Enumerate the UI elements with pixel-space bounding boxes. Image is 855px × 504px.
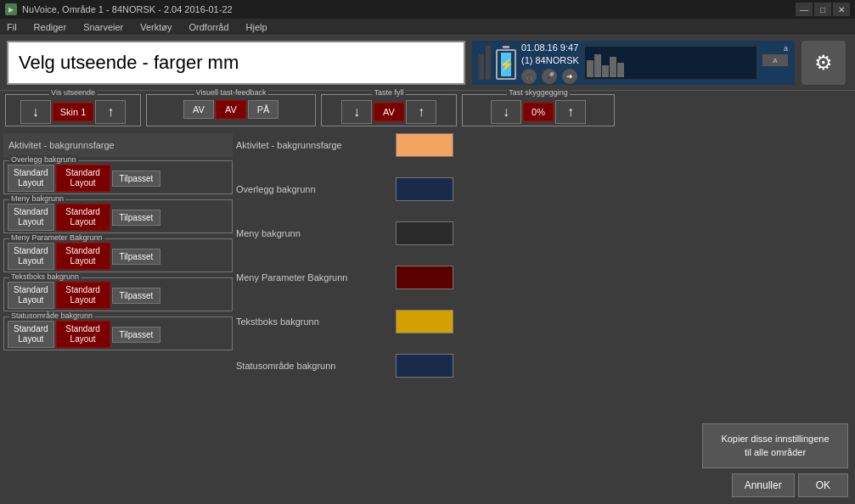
window-title: NuVoice, Område 1 - 84NORSK - 2.04 2016-… (22, 4, 233, 14)
vis-utseende-label: Vis utseende (49, 88, 97, 97)
overlegg-tilpasset-button[interactable]: Tilpasset (112, 171, 161, 187)
meny-group: Meny bakgrunn StandardLayout StandardLay… (3, 199, 233, 233)
overlegg-standard1-button[interactable]: StandardLayout (8, 165, 54, 192)
tekstboks-standard2-button[interactable]: StandardLayout (56, 282, 110, 309)
tekstboks-color-swatch[interactable] (396, 310, 453, 333)
overlegg-layout-row: StandardLayout StandardLayout Tilpasset (8, 165, 228, 192)
meny-param-group: Meny Parameter Bakgrunn StandardLayout S… (3, 238, 233, 272)
battery-indicator: ⚡ (496, 46, 516, 80)
ok-button[interactable]: OK (798, 473, 848, 497)
menu-hjelp[interactable]: Hjelp (243, 21, 271, 33)
meny-color-row: Meny bakgrunn (236, 221, 695, 245)
settings-gear-button[interactable]: ⚙ (802, 41, 846, 85)
av2-button[interactable]: AV (216, 100, 246, 119)
aktivitet-color-swatch[interactable] (396, 133, 453, 157)
status-panel: ⚡ 01.08.16 9:47 (1) 84NORSK 🎧 🎤 ➜ (472, 41, 795, 85)
tekstboks-layout-row: StandardLayout StandardLayout Tilpasset (8, 282, 228, 309)
tekstboks-color-label: Tekstboks bakgrunn (236, 316, 389, 327)
visuell-inner: AV AV PÅ (180, 95, 282, 120)
menu-verktoy[interactable]: Verktøy (137, 21, 175, 33)
tekstboks-tilpasset-button[interactable]: Tilpasset (112, 288, 161, 304)
av1-button[interactable]: AV (183, 100, 214, 119)
controls-bar: Vis utseende ↓ Skin 1 ↑ Visuell tast-fee… (0, 90, 855, 130)
menu-rediger[interactable]: Rediger (31, 21, 70, 33)
vis-utseende-inner: ↓ Skin 1 ↑ (17, 95, 130, 126)
vis-down-button[interactable]: ↓ (20, 100, 51, 124)
overlegg-color-row: Overlegg bakgrunn (236, 177, 695, 201)
aktivitet-color-row: Aktivitet - bakgrunnsfarge (236, 133, 695, 157)
overlegg-group: Overlegg bakgrunn StandardLayout Standar… (3, 160, 233, 194)
menu-snarveier[interactable]: Snarveier (80, 21, 127, 33)
statusomrade-standard2-button[interactable]: StandardLayout (56, 321, 110, 348)
left-panel: Aktivitet - bakgrunnsfarge Overlegg bakg… (3, 133, 233, 501)
tekstboks-color-row: Tekstboks bakgrunn (236, 310, 695, 333)
meny-param-layout-row: StandardLayout StandardLayout Tilpasset (8, 243, 228, 270)
vis-up-button[interactable]: ↑ (95, 100, 126, 124)
statusomrade-group: Statusområde bakgrunn StandardLayout Sta… (3, 316, 233, 350)
close-button[interactable]: ✕ (833, 3, 850, 16)
status-info: 01.08.16 9:47 (1) 84NORSK 🎧 🎤 ➜ (521, 42, 579, 85)
overlegg-color-swatch[interactable] (396, 177, 453, 201)
overlegg-group-label: Overlegg bakgrunn (9, 155, 78, 164)
far-right-panel: Kopier disse innstillingenetil alle områ… (699, 133, 852, 501)
main-area: Aktivitet - bakgrunnsfarge Overlegg bakg… (0, 130, 855, 504)
annuller-button[interactable]: Annuller (732, 473, 795, 497)
vis-utseende-group: Vis utseende ↓ Skin 1 ↑ (5, 94, 141, 126)
kopier-button[interactable]: Kopier disse innstillingenetil alle områ… (702, 423, 848, 468)
av3-button[interactable]: AV (374, 103, 404, 121)
page-title: Velg utseende - farger mm (7, 41, 465, 85)
visuell-group: Visuell tast-feedback AV AV PÅ (146, 94, 316, 126)
meny-color-swatch[interactable] (396, 221, 453, 245)
lightning-icon: ⚡ (499, 58, 514, 71)
main-content: Velg utseende - farger mm ⚡ 01.08.16 9:4… (0, 36, 855, 504)
meny-param-group-label: Meny Parameter Bakgrunn (9, 233, 104, 242)
taste-fyll-group: Taste fyll ↓ AV ↑ (321, 94, 457, 126)
menu-ordforrad[interactable]: Ordforråd (186, 21, 233, 33)
statusomrade-color-row: Statusområde bakgrunn (236, 354, 695, 378)
statusomrade-standard1-button[interactable]: StandardLayout (8, 321, 54, 348)
maximize-button[interactable]: □ (814, 3, 831, 16)
right-panel: Aktivitet - bakgrunnsfarge Overlegg bakg… (236, 133, 695, 501)
fyll-down-button[interactable]: ↓ (341, 100, 372, 124)
title-bar-controls: — □ ✕ (796, 3, 850, 16)
meny-tilpasset-button[interactable]: Tilpasset (112, 210, 161, 226)
header-section: Velg utseende - farger mm ⚡ 01.08.16 9:4… (0, 36, 855, 90)
tekstboks-standard1-button[interactable]: StandardLayout (8, 282, 54, 309)
meny-standard2-button[interactable]: StandardLayout (56, 204, 110, 231)
status-device: (1) 84NORSK (521, 54, 579, 67)
tast-skygg-label: Tast skyggegging (507, 88, 570, 97)
tast-skygg-group: Tast skyggegging ↓ 0% ↑ (462, 94, 615, 126)
status-icons: 🎧 🎤 ➜ (521, 69, 579, 84)
meny-param-color-label: Meny Parameter Bakgrunn (236, 272, 389, 283)
meny-standard1-button[interactable]: StandardLayout (8, 204, 54, 231)
menu-bar: Fil Rediger Snarveier Verktøy Ordforråd … (0, 19, 855, 36)
title-bar-left: ▶ NuVoice, Område 1 - 84NORSK - 2.04 201… (5, 3, 233, 15)
mic-bars (479, 46, 491, 80)
paa-button[interactable]: PÅ (248, 100, 278, 119)
headphone-icon: 🎧 (521, 69, 537, 84)
title-bar: ▶ NuVoice, Område 1 - 84NORSK - 2.04 201… (0, 0, 855, 19)
meny-color-label: Meny bakgrunn (236, 228, 389, 238)
meny-param-standard2-button[interactable]: StandardLayout (56, 243, 110, 270)
app-icon: ▶ (5, 3, 17, 15)
minimize-button[interactable]: — (796, 3, 813, 16)
zero-button[interactable]: 0% (523, 103, 554, 121)
bottom-buttons: Annuller OK (702, 473, 848, 497)
statusomrade-tilpasset-button[interactable]: Tilpasset (112, 327, 161, 343)
arrow-icon: ➜ (562, 69, 577, 84)
skin-button[interactable]: Skin 1 (53, 103, 94, 121)
taste-fyll-inner: ↓ AV ↑ (338, 95, 440, 126)
skygg-down-button[interactable]: ↓ (491, 100, 521, 124)
menu-fil[interactable]: Fil (3, 21, 20, 33)
overlegg-standard2-button[interactable]: StandardLayout (56, 165, 110, 192)
status-time: 01.08.16 9:47 (521, 42, 579, 54)
overlegg-color-label: Overlegg bakgrunn (236, 184, 389, 194)
skygg-up-button[interactable]: ↑ (555, 100, 586, 124)
meny-param-standard1-button[interactable]: StandardLayout (8, 243, 54, 270)
statusomrade-color-swatch[interactable] (396, 354, 453, 378)
chart-area (584, 46, 757, 80)
meny-param-color-swatch[interactable] (396, 266, 453, 289)
meny-param-tilpasset-button[interactable]: Tilpasset (112, 249, 161, 265)
fyll-up-button[interactable]: ↑ (406, 100, 436, 124)
statusomrade-layout-row: StandardLayout StandardLayout Tilpasset (8, 321, 228, 348)
